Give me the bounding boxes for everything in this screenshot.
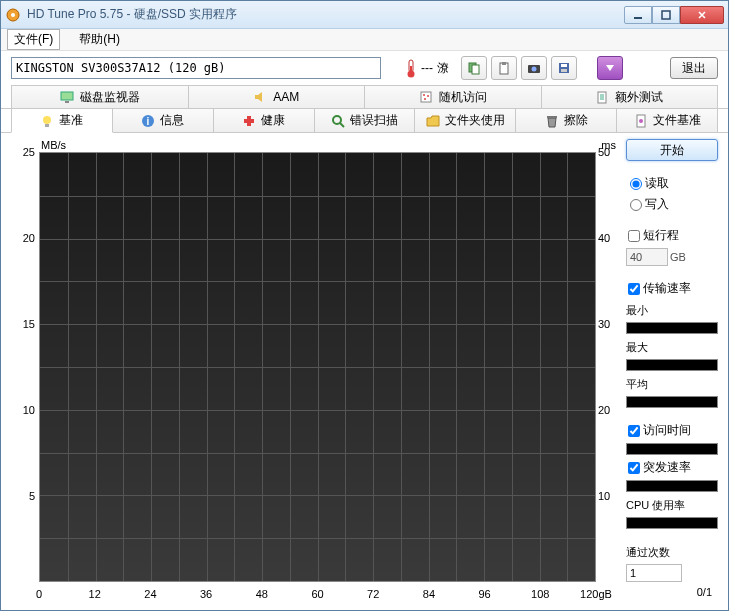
tab-folder-usage[interactable]: 文件夹使用 bbox=[414, 109, 516, 133]
close-button[interactable] bbox=[680, 6, 724, 24]
burst-rate-value bbox=[626, 480, 718, 492]
xtick: 48 bbox=[256, 588, 268, 600]
bulb-icon bbox=[40, 114, 54, 128]
xtick: 24 bbox=[144, 588, 156, 600]
minimize-button[interactable] bbox=[624, 6, 652, 24]
tab-erase[interactable]: 擦除 bbox=[515, 109, 617, 133]
pass-counter: 0/1 bbox=[626, 586, 718, 598]
monitor-icon bbox=[60, 90, 74, 104]
tab-disk-monitor[interactable]: 磁盘监视器 bbox=[11, 85, 189, 108]
tab-benchmark[interactable]: 基准 bbox=[11, 109, 113, 133]
xtick: 60 bbox=[311, 588, 323, 600]
svg-text:i: i bbox=[147, 116, 150, 127]
ytick-l: 20 bbox=[11, 232, 35, 244]
xtick: 96 bbox=[478, 588, 490, 600]
tab-health[interactable]: 健康 bbox=[213, 109, 315, 133]
short-stroke-unit: GB bbox=[670, 251, 686, 263]
svg-point-29 bbox=[333, 116, 341, 124]
ytick-l: 15 bbox=[11, 318, 35, 330]
copy-screenshot-button[interactable] bbox=[491, 56, 517, 80]
ytick-l: 25 bbox=[11, 146, 35, 158]
tab-error-scan[interactable]: 错误扫描 bbox=[314, 109, 416, 133]
screenshot-button[interactable] bbox=[521, 56, 547, 80]
svg-point-32 bbox=[639, 119, 643, 123]
thermometer-icon bbox=[405, 58, 417, 78]
svg-rect-10 bbox=[502, 62, 506, 65]
xtick: 12 bbox=[89, 588, 101, 600]
main-content: MB/s ms 25 20 15 10 5 50 40 30 20 10 bbox=[1, 132, 728, 610]
min-label: 最小 bbox=[626, 303, 718, 318]
svg-rect-24 bbox=[45, 124, 49, 127]
short-stroke-input bbox=[626, 248, 668, 266]
toolbar: KINGSTON SV300S37A12 (120 gB) --- 潦 退出 bbox=[1, 51, 728, 85]
tab-file-benchmark[interactable]: 文件基准 bbox=[616, 109, 718, 133]
xtick: 36 bbox=[200, 588, 212, 600]
svg-rect-8 bbox=[472, 65, 479, 74]
file-bench-icon bbox=[634, 114, 648, 128]
titlebar[interactable]: HD Tune Pro 5.75 - 硬盘/SSD 实用程序 bbox=[1, 1, 728, 29]
ytick-r: 50 bbox=[598, 146, 618, 158]
temp-value: --- bbox=[421, 61, 433, 75]
clipboard-icon bbox=[497, 61, 511, 75]
magnify-icon bbox=[331, 114, 345, 128]
svg-rect-28 bbox=[244, 119, 254, 123]
cpu-usage-value bbox=[626, 517, 718, 529]
svg-point-23 bbox=[43, 116, 51, 124]
svg-point-12 bbox=[532, 67, 537, 72]
drive-selector[interactable]: KINGSTON SV300S37A12 (120 gB) bbox=[11, 57, 381, 79]
health-icon bbox=[242, 114, 256, 128]
svg-rect-30 bbox=[547, 116, 557, 118]
write-label: 写入 bbox=[645, 196, 669, 213]
tab-aam[interactable]: AAM bbox=[188, 85, 366, 108]
svg-rect-15 bbox=[561, 69, 567, 72]
speaker-icon bbox=[253, 90, 267, 104]
menu-file[interactable]: 文件(F) bbox=[7, 29, 60, 50]
access-time-label: 访问时间 bbox=[643, 422, 691, 439]
xtick: 84 bbox=[423, 588, 435, 600]
tab-row-top: 磁盘监视器 AAM 随机访问 额外测试 bbox=[1, 85, 728, 109]
svg-rect-6 bbox=[410, 66, 412, 74]
menu-help[interactable]: 帮助(H) bbox=[72, 29, 127, 50]
ytick-r: 30 bbox=[598, 318, 618, 330]
write-radio[interactable] bbox=[630, 199, 642, 211]
short-stroke-checkbox[interactable] bbox=[628, 230, 640, 242]
temp-unit: 潦 bbox=[437, 60, 449, 77]
temperature-display: --- 潦 bbox=[405, 58, 449, 78]
save-button[interactable] bbox=[551, 56, 577, 80]
start-button[interactable]: 开始 bbox=[626, 139, 718, 161]
passes-input[interactable] bbox=[626, 564, 682, 582]
options-button[interactable] bbox=[597, 56, 623, 80]
extra-icon bbox=[595, 90, 609, 104]
avg-value bbox=[626, 396, 718, 408]
burst-rate-checkbox[interactable] bbox=[628, 462, 640, 474]
read-label: 读取 bbox=[645, 175, 669, 192]
svg-point-20 bbox=[427, 95, 429, 97]
tab-extra-tests[interactable]: 额外测试 bbox=[541, 85, 719, 108]
svg-rect-18 bbox=[421, 92, 431, 102]
svg-point-1 bbox=[11, 13, 15, 17]
access-time-checkbox[interactable] bbox=[628, 425, 640, 437]
camera-icon bbox=[527, 61, 541, 75]
chart-wrap bbox=[39, 152, 596, 582]
burst-rate-label: 突发速率 bbox=[643, 459, 691, 476]
access-time-value bbox=[626, 443, 718, 455]
read-radio[interactable] bbox=[630, 178, 642, 190]
folder-icon bbox=[426, 114, 440, 128]
svg-rect-14 bbox=[561, 64, 567, 67]
transfer-rate-checkbox[interactable] bbox=[628, 283, 640, 295]
maximize-button[interactable] bbox=[652, 6, 680, 24]
chart-area: MB/s ms 25 20 15 10 5 50 40 30 20 10 bbox=[11, 139, 618, 600]
copy-icon bbox=[467, 61, 481, 75]
tab-info[interactable]: i 信息 bbox=[112, 109, 214, 133]
trash-icon bbox=[545, 114, 559, 128]
y-left-label: MB/s bbox=[41, 139, 66, 151]
ytick-l: 10 bbox=[11, 404, 35, 416]
down-arrow-icon bbox=[604, 62, 616, 74]
window-title: HD Tune Pro 5.75 - 硬盘/SSD 实用程序 bbox=[27, 6, 624, 23]
xtick: 120gB bbox=[580, 588, 612, 600]
copy-info-button[interactable] bbox=[461, 56, 487, 80]
floppy-icon bbox=[557, 61, 571, 75]
tab-random-access[interactable]: 随机访问 bbox=[364, 85, 542, 108]
svg-rect-3 bbox=[662, 11, 670, 19]
exit-button[interactable]: 退出 bbox=[670, 57, 718, 79]
